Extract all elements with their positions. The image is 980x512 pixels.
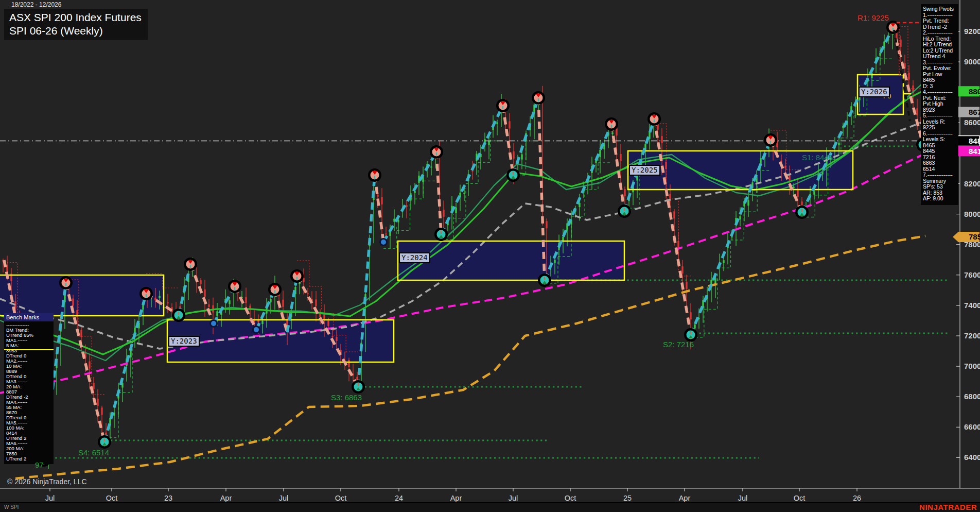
time-axis-label: Jul bbox=[45, 494, 55, 502]
swing-pivots-line: 9225 bbox=[923, 125, 957, 131]
price-axis-label: 6600 bbox=[964, 422, 980, 431]
bench-marks-line: UTrend 2 bbox=[6, 456, 51, 462]
price-axis-label: 6400 bbox=[964, 453, 980, 462]
year-box-label[interactable]: Y:2026 bbox=[859, 87, 890, 97]
time-axis-label: Oct bbox=[335, 494, 347, 502]
time-axis-label: Jul bbox=[738, 494, 748, 502]
bench-marks-panel[interactable]: Bench Marks --------------BM Trend:UTren… bbox=[4, 313, 54, 464]
swing-pivots-line: 2.-------------- bbox=[923, 30, 957, 36]
price-axis-label: 7000 bbox=[964, 362, 980, 370]
instrument-title: ASX SPI 200 Index Futures SPI 06-26 (Wee… bbox=[4, 9, 148, 40]
instrument-title-line1: ASX SPI 200 Index Futures bbox=[9, 11, 142, 24]
swing-pivots-line: Pvt. Trend: bbox=[923, 18, 957, 24]
price-chart[interactable]: 9200900088008600840082008000780076007400… bbox=[0, 0, 980, 512]
swing-pivots-panel[interactable]: Swing Pivots1.--------------Pvt. Trend:D… bbox=[921, 4, 958, 205]
time-axis-label: Jul bbox=[509, 494, 518, 502]
price-axis-label: 6800 bbox=[964, 392, 980, 401]
swing-pivots-line: 5.-------------- bbox=[923, 113, 957, 119]
swing-pivots-line: SP's: 53 bbox=[923, 184, 957, 190]
price-axis-label: 9000 bbox=[964, 57, 980, 66]
time-axis-label: Oct bbox=[794, 494, 806, 502]
level-annotation: S2: 7216 bbox=[663, 340, 694, 349]
swing-pivots-line: Hi:2 UTrend bbox=[923, 42, 957, 48]
tab-strip[interactable] bbox=[0, 502, 980, 512]
bench-marks-title: Bench Marks bbox=[4, 313, 54, 321]
year-box-label[interactable]: Y:2024 bbox=[399, 252, 430, 263]
price-tag-8481: 8481 bbox=[969, 136, 980, 145]
price-tag-7850: 7850 bbox=[969, 232, 980, 241]
date-range-label: 18/2022 - 12/2026 bbox=[11, 1, 61, 8]
time-axis-label: 26 bbox=[853, 494, 861, 502]
ninjatrader-logo: NINJATRADER bbox=[919, 503, 977, 511]
level-annotation: R1: 9225 bbox=[857, 13, 889, 22]
time-axis-label: Oct bbox=[106, 494, 118, 502]
price-axis-label: 8600 bbox=[964, 118, 980, 127]
ninjatrader-chart-window: 9200900088008600840082008000780076007400… bbox=[0, 0, 980, 512]
swing-pivots-line: 4.-------------- bbox=[923, 89, 957, 95]
swing-pivots-line: 8465 bbox=[923, 77, 957, 83]
price-axis-label: 8000 bbox=[964, 210, 980, 218]
time-axis-label: 25 bbox=[623, 494, 632, 502]
swing-pivots-line: Levels S: bbox=[923, 136, 957, 143]
swing-pivots-line: 6863 bbox=[923, 160, 957, 166]
level-annotation: S4: 6514 bbox=[78, 448, 109, 457]
swing-pivots-line: Pvt. Evolve: bbox=[923, 65, 957, 72]
time-axis-label: Apr bbox=[450, 494, 462, 502]
time-axis-label: Apr bbox=[679, 494, 691, 502]
price-tag-8670: 8670 bbox=[969, 108, 980, 116]
swing-pivots-line: 7.-------------- bbox=[923, 172, 957, 178]
price-axis-label: 7400 bbox=[964, 301, 980, 310]
time-axis-label: Oct bbox=[565, 494, 576, 502]
trailing-step-lines bbox=[4, 27, 923, 438]
level-annotation: S1: 8445 bbox=[802, 153, 833, 162]
price-tag-8414: 8414 bbox=[969, 147, 980, 156]
swing-pivots-line: Swing Pivots bbox=[923, 6, 957, 12]
price-axis-label: 7200 bbox=[964, 331, 980, 340]
time-axis-label: 23 bbox=[164, 494, 172, 502]
time-axis-label: Jul bbox=[279, 494, 289, 502]
swing-pivots-line: UTrend 4 bbox=[923, 54, 957, 60]
level-annotation: 97 bbox=[35, 460, 44, 469]
year-box-label[interactable]: Y:2025 bbox=[629, 165, 660, 176]
price-tag-8807: 8807 bbox=[969, 87, 980, 96]
time-axis-label: Apr bbox=[220, 494, 232, 502]
price-axis-label: 7600 bbox=[964, 270, 980, 279]
price-axis-label: 9200 bbox=[964, 27, 980, 36]
swing-pivots-line: 8445 bbox=[923, 148, 957, 155]
swing-pivots-line: Pvt High bbox=[923, 101, 957, 107]
year-box-edge-overlay bbox=[4, 349, 54, 350]
price-axis-label: 8200 bbox=[964, 179, 980, 188]
instrument-title-line2: SPI 06-26 (Weekly) bbox=[9, 24, 142, 38]
time-axis-label: 24 bbox=[395, 494, 403, 502]
tab-wspi[interactable]: W SPI bbox=[4, 504, 19, 510]
level-annotation: S3: 6863 bbox=[331, 393, 362, 402]
year-box-label[interactable]: Y:2023 bbox=[168, 336, 200, 347]
copyright-label: © 2026 NinjaTrader, LLC bbox=[7, 477, 87, 486]
swing-pivots-line: AF: 9.00 bbox=[923, 196, 957, 202]
